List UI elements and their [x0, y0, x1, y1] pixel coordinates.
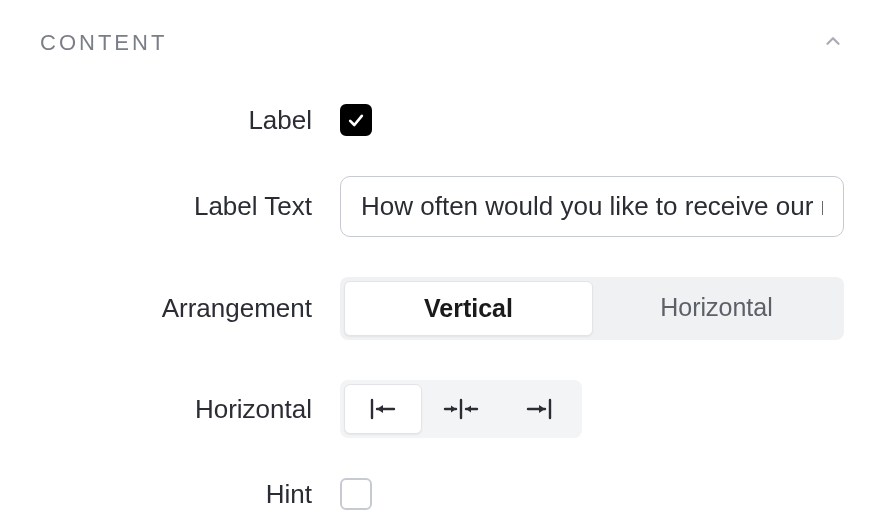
align-right-icon [524, 397, 554, 421]
row-label-col: Arrangement [40, 293, 340, 324]
label-field-label: Label [248, 105, 312, 135]
arrangement-field-label: Arrangement [162, 293, 312, 323]
horizontal-align-group [340, 380, 582, 438]
row-control [340, 380, 844, 438]
row-label-col: Label Text [40, 191, 340, 222]
row-horizontal: Horizontal [40, 380, 844, 438]
row-control: Vertical Horizontal [340, 277, 844, 340]
hint-checkbox[interactable] [340, 478, 372, 510]
row-label-col: Hint [40, 479, 340, 510]
label-checkbox[interactable] [340, 104, 372, 136]
arrangement-segmented: Vertical Horizontal [340, 277, 844, 340]
arrangement-vertical-option[interactable]: Vertical [344, 281, 593, 336]
horizontal-field-label: Horizontal [195, 394, 312, 424]
align-left-icon [368, 397, 398, 421]
align-center-button[interactable] [422, 384, 500, 434]
row-control [340, 104, 844, 136]
row-hint: Hint [40, 478, 844, 510]
section-header: CONTENT [40, 30, 844, 56]
svg-marker-10 [539, 405, 545, 413]
align-left-button[interactable] [344, 384, 422, 434]
row-control [340, 176, 844, 237]
row-control [340, 478, 844, 510]
row-label-col: Label [40, 105, 340, 136]
collapse-toggle[interactable] [822, 30, 844, 56]
align-right-button[interactable] [500, 384, 578, 434]
row-label-col: Horizontal [40, 394, 340, 425]
chevron-up-icon [822, 30, 844, 52]
align-center-icon [443, 397, 479, 421]
row-label: Label [40, 104, 844, 136]
row-label-text: Label Text [40, 176, 844, 237]
svg-marker-7 [466, 406, 471, 413]
arrangement-horizontal-option[interactable]: Horizontal [593, 281, 840, 336]
svg-marker-2 [377, 405, 383, 413]
row-arrangement: Arrangement Vertical Horizontal [40, 277, 844, 340]
section-title: CONTENT [40, 30, 167, 56]
label-text-input[interactable] [340, 176, 844, 237]
label-text-field-label: Label Text [194, 191, 312, 221]
check-icon [346, 110, 366, 130]
hint-field-label: Hint [266, 479, 312, 509]
svg-marker-5 [451, 406, 456, 413]
